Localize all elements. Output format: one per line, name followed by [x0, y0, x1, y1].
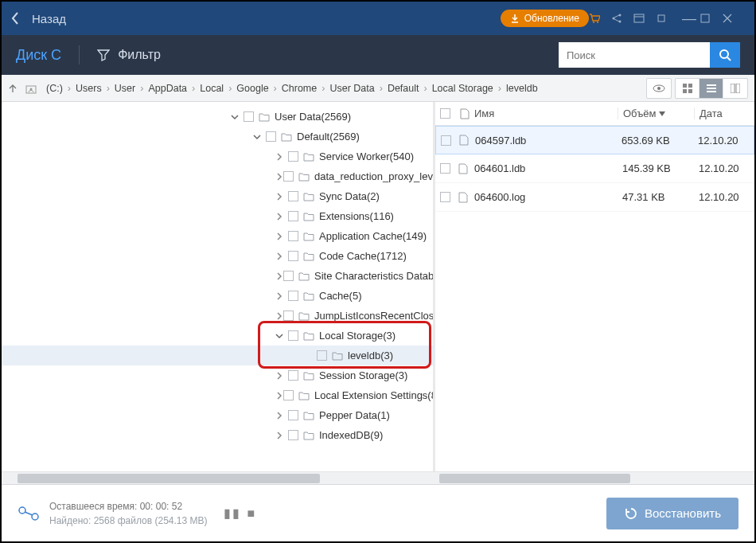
- chevron-right-icon[interactable]: [275, 292, 288, 300]
- close-icon[interactable]: [723, 14, 745, 23]
- tree-item[interactable]: Default(2569): [2, 127, 433, 146]
- chevron-right-icon[interactable]: [275, 213, 288, 221]
- file-row[interactable]: 064600.log47.31 KB12.10.20: [435, 183, 754, 212]
- breadcrumb-chrome[interactable]: Chrome: [279, 83, 320, 94]
- tree-item[interactable]: Cache(5): [2, 286, 433, 306]
- search-button[interactable]: [710, 42, 740, 68]
- detail-view-button[interactable]: [723, 79, 747, 98]
- checkbox[interactable]: [283, 311, 294, 321]
- checkbox[interactable]: [440, 192, 450, 202]
- checkbox[interactable]: [288, 231, 298, 241]
- chevron-down-icon[interactable]: [275, 332, 288, 340]
- breadcrumb-local-storage[interactable]: Local Storage: [429, 83, 497, 94]
- checkbox[interactable]: [266, 131, 276, 142]
- checkbox[interactable]: [441, 135, 451, 146]
- tree-item[interactable]: Code Cache(1712): [2, 246, 433, 266]
- checkbox[interactable]: [288, 251, 298, 261]
- tree-item[interactable]: Local Extension Settings(8): [2, 385, 433, 405]
- file-hscroll[interactable]: [433, 471, 754, 484]
- maximize-icon[interactable]: [700, 14, 723, 23]
- grid-view-button[interactable]: [676, 79, 699, 98]
- chevron-right-icon: ›: [105, 83, 111, 94]
- tree-hscroll[interactable]: [2, 471, 433, 484]
- chevron-right-icon[interactable]: [275, 193, 288, 201]
- checkbox[interactable]: [288, 370, 298, 381]
- tree-item[interactable]: Application Cache(149): [2, 226, 433, 246]
- chevron-right-icon[interactable]: [275, 252, 288, 260]
- chevron-right-icon[interactable]: [275, 272, 283, 280]
- search-input[interactable]: [559, 42, 710, 68]
- preview-toggle[interactable]: [647, 79, 671, 98]
- breadcrumb-user-data[interactable]: User Data: [326, 83, 377, 94]
- file-icon: [458, 163, 470, 174]
- tree-item[interactable]: Local Storage(3): [2, 326, 433, 346]
- tree-item[interactable]: Session Storage(3): [2, 365, 433, 385]
- checkbox[interactable]: [244, 111, 254, 122]
- col-size[interactable]: Объём: [618, 107, 694, 119]
- chevron-right-icon[interactable]: [275, 232, 288, 240]
- checkbox[interactable]: [288, 291, 298, 301]
- tree-item[interactable]: Pepper Data(1): [2, 405, 433, 425]
- layout-icon[interactable]: [633, 13, 656, 24]
- chevron-right-icon[interactable]: [275, 312, 283, 320]
- tree-item[interactable]: Service Worker(540): [2, 146, 433, 166]
- chevron-right-icon[interactable]: [275, 372, 288, 380]
- tree-item[interactable]: JumpListIconsRecentClosed(: [2, 306, 433, 326]
- restore-button[interactable]: Восстановить: [606, 498, 738, 529]
- checkbox[interactable]: [288, 410, 298, 420]
- chevron-down-icon[interactable]: [253, 133, 266, 141]
- chevron-down-icon[interactable]: [231, 113, 244, 121]
- chevron-right-icon: ›: [66, 83, 72, 94]
- restore-down-icon[interactable]: [656, 13, 678, 24]
- col-date[interactable]: Дата: [694, 107, 750, 119]
- list-view-button[interactable]: [699, 79, 723, 98]
- checkbox[interactable]: [283, 390, 294, 400]
- disk-label[interactable]: Диск С: [16, 47, 61, 64]
- tree-item[interactable]: leveldb(3): [2, 346, 433, 365]
- checkbox[interactable]: [288, 211, 298, 221]
- breadcrumb--c-[interactable]: (C:): [43, 83, 66, 94]
- cart-icon[interactable]: [589, 13, 611, 24]
- share-icon[interactable]: [611, 13, 633, 24]
- col-name[interactable]: Имя: [474, 107, 494, 119]
- tree-item[interactable]: Extensions(116): [2, 206, 433, 226]
- back-button[interactable]: Назад: [11, 12, 66, 25]
- select-all-checkbox[interactable]: [440, 108, 450, 119]
- minimize-icon[interactable]: —: [678, 10, 700, 27]
- file-row[interactable]: 064597.ldb653.69 KB12.10.20: [435, 126, 754, 154]
- checkbox[interactable]: [440, 163, 450, 174]
- checkbox[interactable]: [283, 171, 294, 182]
- breadcrumb-appdata[interactable]: AppData: [145, 83, 190, 94]
- user-folder-icon[interactable]: [25, 83, 43, 94]
- up-icon[interactable]: [8, 84, 25, 93]
- tree-item[interactable]: data_reduction_proxy_leveld: [2, 166, 433, 186]
- chevron-right-icon[interactable]: [275, 153, 288, 161]
- filter-button[interactable]: Фильтр: [97, 48, 161, 62]
- checkbox[interactable]: [288, 191, 298, 201]
- breadcrumb-user[interactable]: User: [111, 83, 138, 94]
- checkbox[interactable]: [288, 151, 298, 162]
- checkbox[interactable]: [283, 271, 294, 281]
- breadcrumb-google[interactable]: Google: [233, 83, 271, 94]
- chevron-right-icon[interactable]: [275, 432, 288, 439]
- checkbox[interactable]: [288, 330, 298, 341]
- breadcrumb-default[interactable]: Default: [384, 83, 423, 94]
- file-row[interactable]: 064601.ldb145.39 KB12.10.20: [435, 154, 754, 183]
- update-button[interactable]: Обновление: [501, 10, 589, 27]
- tree-item[interactable]: Site Characteristics Database: [2, 266, 433, 286]
- tree-item[interactable]: Sync Data(2): [2, 186, 433, 206]
- stop-button[interactable]: ■: [247, 506, 255, 521]
- breadcrumb-local[interactable]: Local: [197, 83, 227, 94]
- pause-button[interactable]: ▮▮: [224, 506, 241, 521]
- chevron-right-icon[interactable]: [275, 173, 283, 181]
- breadcrumb-leveldb[interactable]: leveldb: [503, 83, 541, 94]
- tree-item[interactable]: IndexedDB(9): [2, 425, 433, 445]
- breadcrumb-users[interactable]: Users: [72, 83, 105, 94]
- progress-icon: [18, 504, 40, 523]
- chevron-right-icon[interactable]: [275, 412, 288, 420]
- checkbox[interactable]: [288, 430, 298, 440]
- chevron-right-icon[interactable]: [275, 392, 283, 400]
- checkbox[interactable]: [317, 350, 327, 361]
- tree-label: data_reduction_proxy_leveld: [314, 170, 433, 182]
- tree-item[interactable]: User Data(2569): [2, 107, 433, 127]
